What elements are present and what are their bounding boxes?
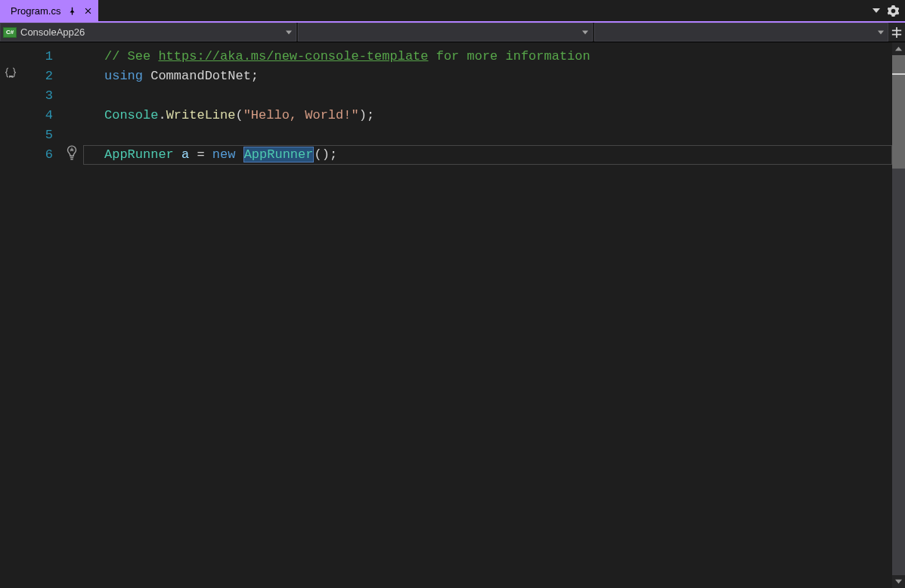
code-line[interactable] (83, 86, 892, 106)
code-line[interactable]: using CommandDotNet; (83, 67, 892, 86)
tab-bar-controls (872, 0, 905, 21)
editor-window: Program.cs C# ConsoleApp26 (0, 0, 905, 588)
scope-combo[interactable]: C# ConsoleApp26 (0, 23, 296, 42)
code-line[interactable] (83, 125, 892, 145)
vertical-scrollbar[interactable] (892, 42, 905, 588)
tab-bar: Program.cs (0, 0, 905, 21)
line-number: 5 (21, 125, 53, 145)
overflow-caret-icon[interactable] (872, 7, 880, 14)
selected-identifier: AppRunner (243, 147, 315, 162)
scope-combo-text: ConsoleApp26 (19, 26, 282, 38)
chevron-down-icon (874, 29, 888, 36)
code-line[interactable]: AppRunner a = new AppRunner(); (83, 145, 892, 165)
scroll-up-icon[interactable] (892, 42, 905, 55)
code-line[interactable]: // See https://aka.ms/new-console-templa… (83, 47, 892, 67)
line-number-gutter: 1 2 3 4 5 6 (21, 42, 65, 588)
type-combo[interactable] (298, 23, 593, 42)
code-editor[interactable]: 1 2 3 4 5 6 // See https://aka.ms/new-co… (0, 42, 905, 588)
gear-icon[interactable] (888, 5, 899, 17)
line-number: 3 (21, 86, 53, 106)
code-area[interactable]: // See https://aka.ms/new-console-templa… (83, 42, 892, 588)
file-tab[interactable]: Program.cs (0, 0, 98, 21)
line-number: 2 (21, 67, 53, 86)
code-line[interactable]: Console.WriteLine("Hello, World!"); (83, 106, 892, 125)
csharp-file-icon: C# (1, 27, 19, 38)
line-number: 1 (21, 47, 53, 67)
line-number: 4 (21, 106, 53, 125)
action-margin (65, 42, 83, 588)
split-editor-icon[interactable] (888, 23, 905, 42)
lightbulb-icon[interactable] (65, 145, 79, 166)
scroll-thumb[interactable] (892, 55, 905, 169)
chevron-down-icon (282, 29, 296, 36)
member-combo[interactable] (594, 23, 889, 42)
navigation-bar: C# ConsoleApp26 (0, 23, 905, 42)
chevron-down-icon (578, 29, 592, 36)
close-icon[interactable] (84, 7, 92, 15)
tab-title: Program.cs (11, 5, 60, 17)
scroll-down-icon[interactable] (892, 575, 905, 588)
comment-link[interactable]: https://aka.ms/new-console-template (158, 49, 428, 63)
scroll-track[interactable] (892, 55, 905, 575)
glyph-margin (0, 42, 21, 588)
caret-marker (892, 73, 905, 75)
pin-icon[interactable] (68, 7, 76, 15)
line-number: 6 (21, 145, 53, 165)
scope-glyph-icon[interactable] (5, 67, 17, 81)
